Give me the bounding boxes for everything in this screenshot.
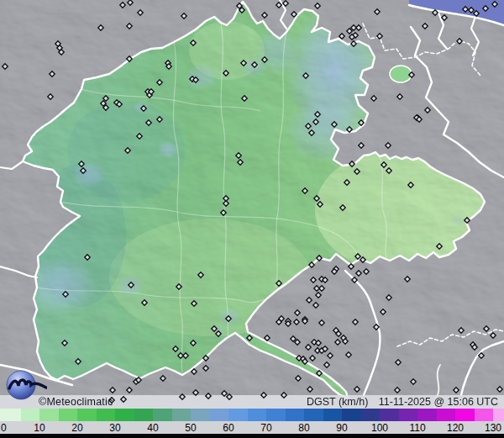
scale-segment bbox=[97, 409, 116, 421]
scale-tick-label: 0 bbox=[1, 422, 7, 434]
scale-segment bbox=[39, 409, 59, 421]
attribution: ©Meteoclimatic bbox=[39, 396, 113, 409]
scale-tick-label: 70 bbox=[260, 422, 271, 434]
scale-segment bbox=[417, 409, 437, 421]
scale-segment bbox=[475, 409, 494, 421]
scale-segment bbox=[304, 409, 323, 421]
bottom-border bbox=[0, 434, 504, 438]
scale-segment bbox=[380, 409, 399, 421]
scale-tick-label: 40 bbox=[147, 422, 158, 434]
scale-segment bbox=[228, 409, 248, 421]
scale-segment bbox=[248, 409, 267, 421]
scale-segment bbox=[342, 409, 361, 421]
scale-segment bbox=[437, 409, 456, 421]
attribution-name: Meteoclimatic bbox=[46, 396, 113, 408]
weather-map: ©Meteoclimatic DGST (km/h) 11-11-2025 @ … bbox=[0, 0, 504, 438]
scale-tick-labels: 0102030405060708090100110120130 bbox=[0, 421, 504, 434]
meteoclimatic-logo bbox=[3, 364, 47, 406]
scale-segment bbox=[172, 409, 192, 421]
scale-tick-label: 130 bbox=[485, 422, 501, 434]
variable-label: DGST (km/h) bbox=[307, 396, 368, 408]
scale-segment bbox=[191, 409, 210, 421]
scale-segment bbox=[361, 409, 381, 421]
scale-tick-label: 90 bbox=[336, 422, 347, 434]
scale-tick-label: 100 bbox=[371, 422, 388, 434]
scale-segment bbox=[59, 409, 78, 421]
scale-tick-label: 50 bbox=[185, 422, 196, 434]
scale-segment bbox=[399, 409, 418, 421]
scale-segment bbox=[266, 409, 286, 421]
color-scale bbox=[0, 409, 504, 421]
scale-segment bbox=[134, 409, 154, 421]
scale-segment bbox=[286, 409, 305, 421]
datetime-label: 11-11-2025 @ 15:06 UTC bbox=[379, 396, 498, 408]
scale-segment bbox=[115, 409, 134, 421]
scale-segment bbox=[77, 409, 97, 421]
map-canvas bbox=[0, 0, 504, 409]
scale-segment bbox=[210, 409, 229, 421]
scale-segment bbox=[21, 409, 40, 421]
timestamp: DGST (km/h) 11-11-2025 @ 15:06 UTC bbox=[299, 396, 498, 409]
scale-tick-label: 60 bbox=[223, 422, 234, 434]
scale-tick-label: 80 bbox=[298, 422, 309, 434]
scale-segment bbox=[455, 409, 475, 421]
trevino-enclave bbox=[390, 66, 412, 82]
scale-tick-label: 10 bbox=[34, 422, 45, 434]
scale-tick-label: 110 bbox=[409, 422, 425, 434]
scale-segment bbox=[493, 409, 504, 421]
scale-tick-label: 30 bbox=[109, 422, 120, 434]
scale-tick-label: 20 bbox=[71, 422, 82, 434]
scale-segment bbox=[0, 409, 21, 421]
scale-segment bbox=[323, 409, 343, 421]
scale-tick-label: 120 bbox=[447, 422, 464, 434]
scale-segment bbox=[153, 409, 172, 421]
